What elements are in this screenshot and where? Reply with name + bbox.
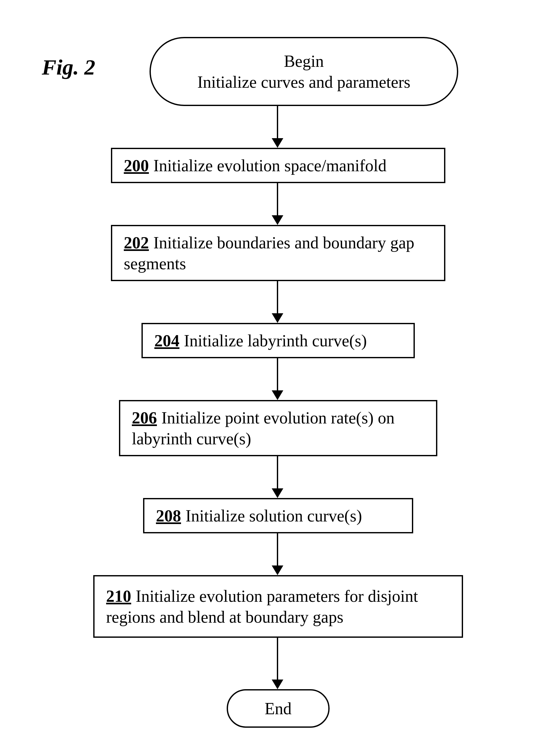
terminator-end: End [227, 689, 330, 728]
process-step-200: 200Initialize evolution space/manifold [111, 148, 445, 183]
process-step-210: 210Initialize evolution parameters for d… [93, 575, 463, 638]
step-text: Initialize evolution space/manifold [154, 156, 386, 175]
figure-label: Fig. 2 [42, 55, 95, 80]
process-step-204: 204Initialize labyrinth curve(s) [141, 323, 415, 358]
step-number: 202 [124, 234, 149, 252]
terminator-begin: Begin Initialize curves and parameters [150, 37, 458, 106]
flowchart-canvas: Fig. 2 Begin Initialize curves and param… [0, 0, 555, 756]
step-text: Initialize labyrinth curve(s) [184, 332, 367, 350]
process-step-208: 208Initialize solution curve(s) [143, 498, 413, 533]
end-label: End [265, 698, 292, 719]
process-step-206: 206Initialize point evolution rate(s) on… [119, 400, 437, 456]
process-step-202: 202Initialize boundaries and boundary ga… [111, 225, 445, 281]
step-text: Initialize evolution parameters for disj… [106, 587, 418, 626]
begin-line1: Begin [284, 51, 324, 72]
step-text: Initialize solution curve(s) [185, 507, 362, 525]
step-number: 206 [132, 409, 157, 427]
begin-line2: Initialize curves and parameters [198, 72, 411, 93]
step-text: Initialize boundaries and boundary gap s… [124, 234, 415, 273]
step-number: 200 [124, 156, 149, 175]
step-text: Initialize point evolution rate(s) on la… [132, 409, 394, 448]
step-number: 208 [156, 507, 181, 525]
step-number: 210 [106, 587, 131, 605]
step-number: 204 [154, 332, 179, 350]
